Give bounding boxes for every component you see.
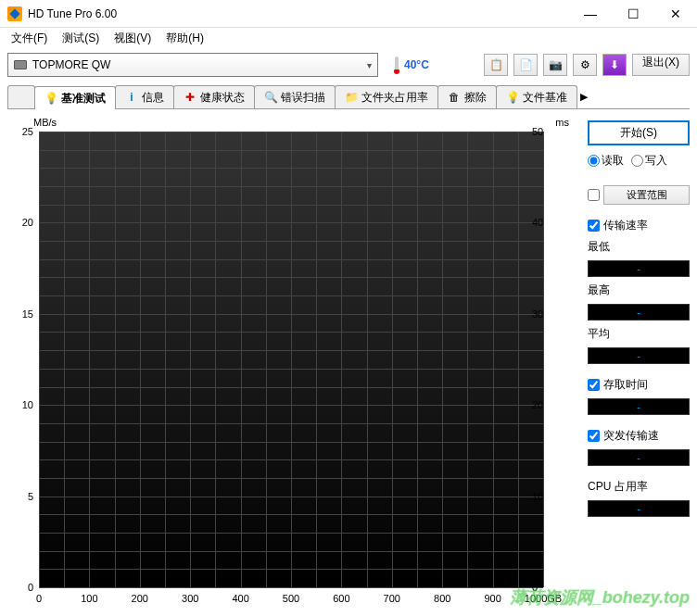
avg-value: - <box>588 347 690 364</box>
tab-info[interactable]: i 信息 <box>115 85 174 108</box>
menu-help[interactable]: 帮助(H) <box>158 29 211 48</box>
health-icon: ✚ <box>184 91 196 104</box>
cpuusage-value: - <box>588 500 690 517</box>
tab-health-label: 健康状态 <box>200 90 245 106</box>
drive-select-value: TOPMORE QW <box>32 58 361 71</box>
app-icon <box>7 6 22 21</box>
burstrate-label: 突发传输速 <box>603 428 659 444</box>
lightbulb-icon: 💡 <box>44 92 57 105</box>
transferrate-checkbox[interactable] <box>588 220 600 232</box>
menu-view[interactable]: 视图(V) <box>107 29 158 48</box>
tab-errorscan[interactable]: 🔍 错误扫描 <box>254 85 336 108</box>
screenshot-button[interactable]: 📷 <box>543 54 567 76</box>
window-title: HD Tune Pro 6.00 <box>28 7 569 20</box>
tab-erase-label: 擦除 <box>464 90 487 106</box>
x-tick: 200 <box>132 593 148 604</box>
copy-screenshot-button[interactable]: 📄 <box>513 54 538 76</box>
y-right-tick: 20 <box>532 399 549 410</box>
tab-benchmark-label: 基准测试 <box>61 91 106 107</box>
save-button[interactable]: ⬇ <box>602 54 627 76</box>
avg-label: 平均 <box>588 326 690 342</box>
y-left-tick: 10 <box>7 399 33 410</box>
y-right-tick: 10 <box>532 491 549 502</box>
tab-folderusage-label: 文件夹占用率 <box>361 90 428 106</box>
min-value: - <box>588 260 690 277</box>
temperature-value: 40°C <box>404 58 429 71</box>
tab-blank[interactable] <box>7 85 35 108</box>
magnifier-icon: 🔍 <box>264 91 277 104</box>
y-right-tick: 40 <box>532 217 549 228</box>
tab-erase[interactable]: 🗑 擦除 <box>437 85 497 108</box>
radio-read[interactable]: 读取 <box>588 153 624 169</box>
accesstime-checkbox[interactable] <box>588 379 600 391</box>
tab-filebench-label: 文件基准 <box>523 90 567 106</box>
tab-benchmark[interactable]: 💡 基准测试 <box>34 86 116 109</box>
disk-icon <box>14 60 27 69</box>
start-button[interactable]: 开始(S) <box>588 120 690 145</box>
max-value: - <box>588 304 690 321</box>
y-left-unit: MB/s <box>33 117 57 128</box>
info-icon: i <box>125 91 138 104</box>
set-range-button[interactable]: 设置范围 <box>603 185 690 205</box>
x-tick: 100 <box>81 593 97 604</box>
burstrate-value: - <box>588 449 690 466</box>
x-tick: 700 <box>384 593 400 604</box>
burstrate-checkbox[interactable] <box>588 430 600 442</box>
y-left-tick: 20 <box>7 217 33 228</box>
y-left-tick: 0 <box>7 582 33 593</box>
tab-health[interactable]: ✚ 健康状态 <box>173 85 255 108</box>
accesstime-value: - <box>588 398 690 415</box>
options-button[interactable]: ⚙ <box>573 54 597 76</box>
thermometer-icon <box>393 56 400 74</box>
watermark: 薄荷资源网_bohezy.top <box>510 586 690 609</box>
copy-info-button[interactable]: 📋 <box>484 54 508 76</box>
y-right-unit: ms <box>555 117 569 128</box>
tabs-more-right[interactable]: ▶ <box>577 85 591 108</box>
x-tick: 800 <box>434 593 450 604</box>
min-label: 最低 <box>588 239 690 255</box>
menu-test[interactable]: 测试(S) <box>55 29 107 48</box>
lightbulb-icon: 💡 <box>506 91 519 104</box>
y-left-tick: 25 <box>7 126 33 137</box>
y-left-tick: 5 <box>7 491 33 502</box>
accesstime-label: 存取时间 <box>603 377 648 393</box>
trash-icon: 🗑 <box>448 91 461 104</box>
range-checkbox[interactable] <box>588 189 600 201</box>
close-button[interactable]: ✕ <box>654 0 697 28</box>
x-tick: 400 <box>232 593 248 604</box>
minimize-button[interactable]: — <box>569 0 612 28</box>
exit-button[interactable]: 退出(X) <box>632 54 690 76</box>
y-right-tick: 30 <box>532 308 549 320</box>
menu-file[interactable]: 文件(F) <box>4 29 55 48</box>
x-tick: 600 <box>333 593 349 604</box>
maximize-button[interactable]: ☐ <box>612 0 654 28</box>
chevron-down-icon: ▾ <box>367 60 372 70</box>
max-label: 最高 <box>588 283 690 298</box>
x-tick: 900 <box>484 593 501 604</box>
transferrate-label: 传输速率 <box>603 218 648 233</box>
x-tick: 0 <box>36 593 42 604</box>
cpuusage-label: CPU 占用率 <box>588 479 690 495</box>
tab-errorscan-label: 错误扫描 <box>281 90 325 106</box>
y-left-tick: 15 <box>7 308 33 320</box>
x-tick: 500 <box>283 593 299 604</box>
drive-select[interactable]: TOPMORE QW ▾ <box>7 53 378 77</box>
folder-icon: 📁 <box>345 91 358 104</box>
tab-info-label: 信息 <box>142 90 164 106</box>
tab-filebench[interactable]: 💡 文件基准 <box>496 85 577 108</box>
radio-write[interactable]: 写入 <box>631 153 667 169</box>
x-tick: 300 <box>182 593 198 604</box>
y-right-tick: 50 <box>532 126 549 137</box>
tab-folderusage[interactable]: 📁 文件夹占用率 <box>335 85 438 108</box>
benchmark-chart: MB/s ms 0510152025 01020304050 010020030… <box>7 117 580 610</box>
